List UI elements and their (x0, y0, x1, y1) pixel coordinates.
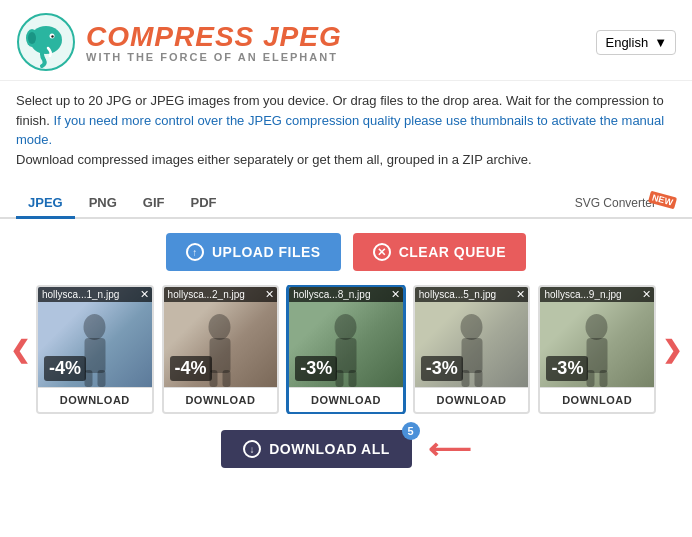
filename-bar-5: hollysca...9_n.jpg ✕ (540, 287, 654, 302)
svg-point-3 (28, 32, 36, 44)
filename-bar-2: hollysca...2_n.jpg ✕ (164, 287, 278, 302)
download-button-3[interactable]: DOWNLOAD (289, 387, 403, 412)
percent-badge-1: -4% (44, 356, 86, 381)
header: COMPRESS JPEG WITH THE FORCE OF AN ELEPH… (0, 0, 692, 81)
svg-rect-19 (461, 338, 482, 373)
image-card-4: hollysca...5_n.jpg ✕ -3% DOWNLOAD (413, 285, 531, 414)
tab-png[interactable]: PNG (77, 189, 129, 219)
download-button-4[interactable]: DOWNLOAD (415, 387, 529, 412)
svg-rect-7 (84, 338, 105, 373)
carousel-prev-button[interactable]: ❮ (4, 332, 36, 368)
clear-icon: ✕ (373, 243, 391, 261)
image-thumbnail-4: hollysca...5_n.jpg ✕ -3% (415, 287, 529, 387)
download-all-section: ↓ DOWNLOAD ALL 5 ⟵ (0, 418, 692, 484)
image-card-2: hollysca...2_n.jpg ✕ -4% DOWNLOAD (162, 285, 280, 414)
download-button-2[interactable]: DOWNLOAD (164, 387, 278, 412)
description-block: Select up to 20 JPG or JPEG images from … (0, 81, 692, 175)
svg-point-18 (460, 314, 482, 340)
carousel-next-button[interactable]: ❯ (656, 332, 688, 368)
svg-rect-21 (474, 370, 482, 387)
percent-badge-2: -4% (170, 356, 212, 381)
tab-jpeg[interactable]: JPEG (16, 189, 75, 219)
image-thumbnail-1: hollysca...1_n.jpg ✕ -4% (38, 287, 152, 387)
svg-point-10 (209, 314, 231, 340)
svg-rect-9 (97, 370, 105, 387)
filename-bar-3: hollysca...8_n.jpg ✕ (289, 287, 403, 302)
tab-gif[interactable]: GIF (131, 189, 177, 219)
percent-badge-3: -3% (295, 356, 337, 381)
percent-badge-5: -3% (546, 356, 588, 381)
arrow-indicator: ⟵ (428, 434, 471, 464)
download-all-label: DOWNLOAD ALL (269, 441, 390, 457)
svg-rect-25 (600, 370, 608, 387)
close-card-4-button[interactable]: ✕ (516, 289, 525, 300)
language-label: English (605, 35, 648, 50)
clear-queue-button[interactable]: ✕ CLEAR QUEUE (353, 233, 526, 271)
tabs-bar: JPEG PNG GIF PDF SVG Converter NEW (0, 181, 692, 219)
upload-label: UPLOAD FILES (212, 244, 321, 260)
download-button-1[interactable]: DOWNLOAD (38, 387, 152, 412)
download-count-badge: 5 (402, 422, 420, 440)
percent-badge-4: -3% (421, 356, 463, 381)
download-all-icon: ↓ (243, 440, 261, 458)
svg-rect-17 (348, 370, 356, 387)
logo-subtitle: WITH THE FORCE OF AN ELEPHANT (86, 51, 342, 63)
chevron-down-icon: ▼ (654, 35, 667, 50)
image-thumbnail-3: hollysca...8_n.jpg ✕ -3% (289, 287, 403, 387)
logo-area: COMPRESS JPEG WITH THE FORCE OF AN ELEPH… (16, 12, 342, 72)
image-card-3: hollysca...8_n.jpg ✕ -3% DOWNLOAD (287, 285, 405, 414)
download-button-5[interactable]: DOWNLOAD (540, 387, 654, 412)
action-buttons: ↑ UPLOAD FILES ✕ CLEAR QUEUE (0, 219, 692, 281)
svg-point-6 (83, 314, 105, 340)
svg-rect-13 (223, 370, 231, 387)
upload-files-button[interactable]: ↑ UPLOAD FILES (166, 233, 341, 271)
logo-title: COMPRESS JPEG (86, 21, 342, 53)
description-link1[interactable]: If you need more control over the JPEG c… (16, 113, 664, 148)
image-card-1: hollysca...1_n.jpg ✕ -4% DOWNLOAD (36, 285, 154, 414)
filename-bar-4: hollysca...5_n.jpg ✕ (415, 287, 529, 302)
svg-converter-link[interactable]: SVG Converter NEW (575, 196, 676, 210)
close-card-3-button[interactable]: ✕ (391, 289, 400, 300)
image-thumbnail-2: hollysca...2_n.jpg ✕ -4% (164, 287, 278, 387)
svg-point-14 (334, 314, 356, 340)
logo-text-area: COMPRESS JPEG WITH THE FORCE OF AN ELEPH… (86, 21, 342, 63)
image-carousel: ❮ hollysca...1_n.jpg ✕ -4% DOWNLOAD (0, 281, 692, 418)
download-all-button[interactable]: ↓ DOWNLOAD ALL 5 (221, 430, 412, 468)
language-selector[interactable]: English ▼ (596, 30, 676, 55)
svg-rect-11 (210, 338, 231, 373)
tabs-left: JPEG PNG GIF PDF (16, 189, 229, 217)
svg-point-5 (51, 35, 53, 37)
description-text2: Download compressed images either separa… (16, 152, 532, 167)
images-row: hollysca...1_n.jpg ✕ -4% DOWNLOAD hollys… (36, 285, 656, 414)
image-card-5: hollysca...9_n.jpg ✕ -3% DOWNLOAD (538, 285, 656, 414)
image-thumbnail-5: hollysca...9_n.jpg ✕ -3% (540, 287, 654, 387)
filename-bar-1: hollysca...1_n.jpg ✕ (38, 287, 152, 302)
clear-label: CLEAR QUEUE (399, 244, 506, 260)
svg-rect-15 (335, 338, 356, 373)
tab-pdf[interactable]: PDF (179, 189, 229, 219)
svg-point-22 (586, 314, 608, 340)
close-card-2-button[interactable]: ✕ (265, 289, 274, 300)
close-card-1-button[interactable]: ✕ (140, 289, 149, 300)
svg-rect-23 (587, 338, 608, 373)
elephant-logo-icon (16, 12, 76, 72)
upload-icon: ↑ (186, 243, 204, 261)
close-card-5-button[interactable]: ✕ (642, 289, 651, 300)
svg-converter-label: SVG Converter (575, 196, 656, 210)
